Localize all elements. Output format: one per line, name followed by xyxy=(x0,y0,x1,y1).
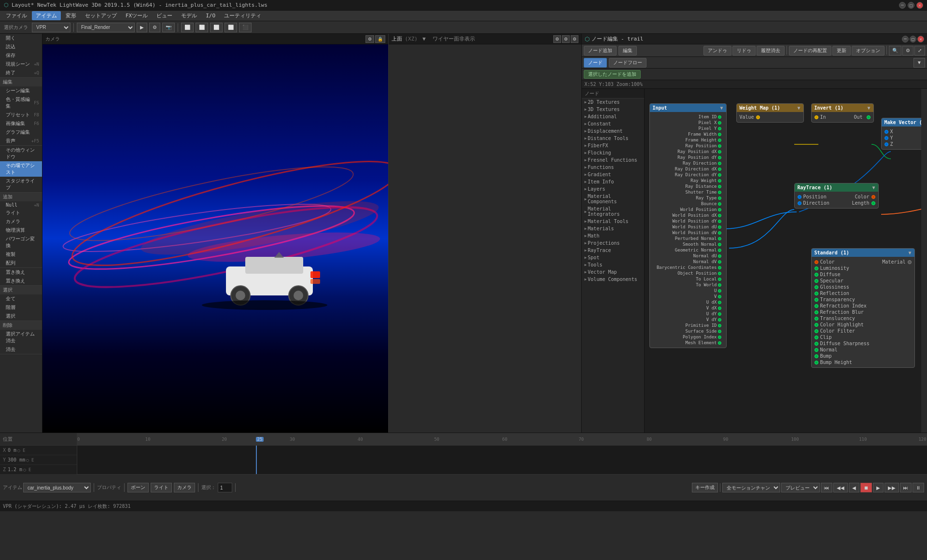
invert-node[interactable]: Invert (1) ▼ In Out xyxy=(811,103,874,123)
selection-value[interactable] xyxy=(218,483,232,492)
menu-open[interactable]: 開く xyxy=(0,34,42,42)
node-undo-btn[interactable]: アンドゥ xyxy=(703,46,731,56)
menu-other-windows[interactable]: その他ウィンドウ xyxy=(0,146,42,161)
node-editor-maximize[interactable]: □ xyxy=(910,36,916,42)
menu-setup[interactable]: セットアップ xyxy=(81,11,121,20)
node-clear-history-btn[interactable]: 履歴消去 xyxy=(757,46,785,56)
node-editor-close[interactable]: ✕ xyxy=(917,36,924,42)
node-rearrange-btn[interactable]: ノードの再配置 xyxy=(789,46,831,56)
node-cat-math[interactable]: Math xyxy=(582,232,644,239)
view-btn-2[interactable]: ⬜ xyxy=(196,23,208,32)
menu-scene-edit[interactable]: シーン編集 xyxy=(0,86,42,95)
node-cat-2dtex[interactable]: 2D Textures xyxy=(582,98,644,106)
node-add-btn[interactable]: ノード追加 xyxy=(584,46,617,56)
weightmap-node[interactable]: Weight Map (1) ▼ Value xyxy=(736,103,804,123)
view-btn-3[interactable]: ⬜ xyxy=(210,23,223,32)
node-search-btn[interactable]: 🔍 xyxy=(889,46,901,56)
node-cat-mat-tools[interactable]: Material Tools xyxy=(582,218,644,225)
weightmap-expand[interactable]: ▼ xyxy=(797,105,800,111)
menu-transform[interactable]: 変形 xyxy=(62,11,80,20)
menu-surface-edit[interactable]: 色・質感編集FS xyxy=(0,95,42,111)
preview-select[interactable]: プレビュー xyxy=(781,483,820,492)
node-update-btn[interactable]: 更新 xyxy=(832,46,851,56)
play-fwd-btn[interactable]: ▶▶ xyxy=(885,483,899,492)
render-btn-2[interactable]: ⚙ xyxy=(149,23,160,32)
viewport-lock[interactable]: 🔒 xyxy=(375,35,385,43)
menu-quit[interactable]: 終了+Q xyxy=(0,69,42,77)
view-btn-5[interactable]: ⬛ xyxy=(239,23,252,32)
add-selected-node-btn[interactable]: 選択したノードを追加 xyxy=(584,70,641,79)
view-btn-4[interactable]: ⬜ xyxy=(225,23,237,32)
menu-file[interactable]: ファイル xyxy=(2,11,31,20)
node-cat-gradient[interactable]: Gradient xyxy=(582,171,644,178)
menu-select-hierarchy[interactable]: 階層 xyxy=(0,303,42,312)
menu-image-edit[interactable]: 画像編集F6 xyxy=(0,119,42,128)
menu-preset[interactable]: プリセットF8 xyxy=(0,111,42,119)
menu-camera[interactable]: カメラ xyxy=(0,217,42,226)
menu-physics[interactable]: 物理演算 xyxy=(0,226,42,235)
play-prev-btn[interactable]: ◀◀ xyxy=(833,483,848,492)
motion-type-select[interactable]: 全モーションチャン xyxy=(722,483,780,492)
raytrace-node[interactable]: RayTrace (1) ▼ Position Color Direction xyxy=(794,183,879,209)
node-expand-btn[interactable]: ⤢ xyxy=(914,46,925,56)
menu-null[interactable]: Null+N xyxy=(0,201,42,209)
menu-light[interactable]: ライト xyxy=(0,209,42,217)
viewport-settings[interactable]: ⚙ xyxy=(365,35,374,43)
menu-replace1[interactable]: 置き換え xyxy=(0,268,42,277)
item-select[interactable]: car_inertia_plus.body xyxy=(23,483,91,492)
node-tab-flow[interactable]: ノードフロー xyxy=(609,58,646,68)
node-cat-spot[interactable]: Spot xyxy=(582,254,644,261)
play-step-fwd-btn[interactable]: ▶ xyxy=(873,483,884,492)
view-btn-1[interactable]: ⬜ xyxy=(181,23,194,32)
menu-select-item[interactable]: 選択 xyxy=(0,312,42,321)
render-btn-3[interactable]: 📷 xyxy=(162,23,175,32)
node-cat-constant[interactable]: Constant xyxy=(582,120,644,127)
node-cat-projections[interactable]: Projections xyxy=(582,239,644,247)
node-gear-btn[interactable]: ⚙ xyxy=(902,46,913,56)
bone-btn[interactable]: ボーン xyxy=(127,483,149,492)
node-cat-flocking[interactable]: Flocking xyxy=(582,149,644,156)
node-cat-volume[interactable]: Volume Components xyxy=(582,276,644,283)
node-cat-fresnel[interactable]: Fresnel Functions xyxy=(582,156,644,164)
menu-delete[interactable]: 消去 xyxy=(0,345,42,354)
node-cat-raytrace[interactable]: RayTrace xyxy=(582,247,644,254)
standard-expand[interactable]: ▼ xyxy=(908,250,911,255)
render-btn-1[interactable]: ▶ xyxy=(137,23,147,32)
pause-btn[interactable]: ⏸ xyxy=(913,483,924,492)
node-editor-minimize[interactable]: ─ xyxy=(902,36,909,42)
keyframe-btn[interactable]: キー作成 xyxy=(692,483,718,492)
right-viewport-btn1[interactable]: ⚙ xyxy=(553,35,561,43)
viewport-content[interactable] xyxy=(42,44,388,433)
node-cat-fiberfx[interactable]: FiberFX xyxy=(582,142,644,149)
menu-new-scene[interactable]: 現規シーン+N xyxy=(0,60,42,69)
right-viewport-content[interactable] xyxy=(389,44,581,433)
render-select[interactable]: Final_Render xyxy=(77,23,135,32)
minimize-button[interactable]: ─ xyxy=(899,2,906,9)
menu-assist[interactable]: その場でアシスト xyxy=(0,161,42,177)
node-edit-btn[interactable]: 編集 xyxy=(618,46,637,56)
menu-graph-edit[interactable]: グラフ編集 xyxy=(0,128,42,137)
menu-delete-selected[interactable]: 選択アイテム消去 xyxy=(0,330,42,345)
menu-view[interactable]: ビュー xyxy=(153,11,176,20)
makevector-node[interactable]: Make Vector (1) ▼ X Vector Y xyxy=(881,118,927,150)
node-scrollbar[interactable] xyxy=(921,89,927,433)
input-node[interactable]: Input ▼ Item ID Pixel X Pixel Y Frame Wi… xyxy=(649,103,727,348)
maximize-button[interactable]: □ xyxy=(908,2,914,9)
node-arrow-down[interactable]: ▼ xyxy=(913,58,925,68)
node-cat-vector-map[interactable]: Vector Map xyxy=(582,268,644,276)
node-cat-layers[interactable]: Layers xyxy=(582,185,644,193)
menu-power-gon[interactable]: パワーゴン変換 xyxy=(0,235,42,250)
node-cat-item-info[interactable]: Item Info xyxy=(582,178,644,185)
node-cat-materials[interactable]: Materials xyxy=(582,225,644,232)
node-cat-displacement[interactable]: Displacement xyxy=(582,127,644,135)
node-options-btn[interactable]: オプション xyxy=(852,46,885,56)
menu-model[interactable]: モデル xyxy=(177,11,201,20)
camera-select[interactable]: VPR xyxy=(32,23,70,32)
menu-duplicate[interactable]: 複製 xyxy=(0,250,42,259)
node-cat-3dtex[interactable]: 3D Textures xyxy=(582,106,644,113)
menu-replace2[interactable]: 置き換え xyxy=(0,277,42,285)
input-node-expand[interactable]: ▼ xyxy=(720,105,723,111)
play-stop-btn[interactable]: ⏹ xyxy=(860,483,872,492)
standard-node[interactable]: Standard (1) ▼ Color Material Luminosity xyxy=(811,248,915,368)
play-end-btn[interactable]: ⏭ xyxy=(900,483,912,492)
